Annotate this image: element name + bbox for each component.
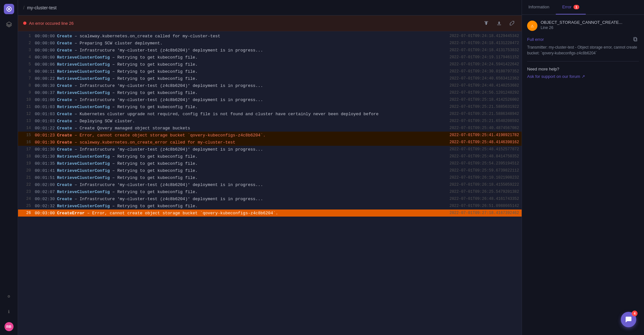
line-content: RetrieveClusterConfig – Retrying to get …	[57, 76, 444, 81]
line-timestamp: 2022-07-01T09:24:19.1179461152	[444, 55, 519, 60]
line-content: RetrieveClusterConfig – Retrying to get …	[57, 161, 444, 166]
full-error-header: Full error	[527, 36, 639, 42]
line-time: 00:01:30	[35, 140, 56, 145]
step-msg: Retrying to get kubeconfig file.	[117, 62, 198, 67]
line-content: RetrieveClusterConfig – Retrying to get …	[57, 175, 444, 180]
line-number: 16	[21, 140, 31, 144]
line-number: 26	[21, 211, 31, 215]
line-content: RetrieveClusterConfig – Retrying to get …	[57, 168, 444, 173]
step-sep: –	[112, 190, 118, 194]
step-name: Create	[57, 197, 72, 201]
line-timestamp: 2022-07-01T09:24:18.4129445342	[444, 34, 519, 38]
breadcrumb-separator: /	[23, 5, 24, 10]
error-badge: 1	[573, 5, 579, 9]
step-msg: Retrying to get kubeconfig file.	[117, 76, 198, 81]
full-error-text: Transmitter: my-cluster-test - Object st…	[527, 44, 639, 56]
need-help-title: Need more help?	[527, 67, 639, 71]
cluster-name: my-cluster-test	[27, 5, 57, 10]
line-content: Create – scaleway.kubernetes.on_create_e…	[57, 140, 444, 145]
info-icon[interactable]: ℹ	[4, 307, 14, 317]
line-timestamp: 2022-07-01T09:24:48.4140253682	[444, 83, 519, 88]
line-content: RetrieveClusterConfig – Retrying to get …	[57, 55, 444, 60]
chat-button[interactable]: 4	[621, 312, 636, 327]
line-timestamp: 2022-07-01T09:27:18.4167392462	[444, 211, 519, 215]
chat-badge: 4	[632, 311, 638, 316]
need-help-section: Need more help? Ask for support on our f…	[527, 67, 639, 79]
step-msg: Retrying to get kubeconfig file.	[117, 154, 198, 159]
line-content: Create – Error, cannot create object sto…	[57, 133, 444, 138]
log-line: 7 00:00:22 RetrieveClusterConfig – Retry…	[18, 75, 522, 82]
step-sep: –	[112, 90, 118, 95]
log-line: 26 00:03:00 CreateError – Error, cannot …	[18, 209, 522, 217]
step-msg: Infrastructure 'my-cluster-test (z4c8b62…	[80, 147, 263, 152]
step-sep: –	[112, 105, 118, 109]
step-msg: Retrying to get kubeconfig file.	[117, 175, 198, 180]
step-sep: –	[112, 154, 118, 159]
tab-error[interactable]: Error 1	[556, 0, 586, 14]
step-sep: –	[75, 83, 80, 88]
settings-icon[interactable]: ⚙	[4, 291, 14, 302]
line-content: Create – scaleway.kubernetes.on_create c…	[57, 34, 444, 39]
step-sep: –	[75, 112, 80, 116]
step-name: Create	[57, 147, 72, 152]
step-msg: Create Qovery managed object storage buc…	[80, 126, 190, 131]
sidebar-layers-icon[interactable]	[4, 19, 14, 30]
step-msg: Retrying to get kubeconfig file.	[117, 190, 198, 194]
line-timestamp: 2022-07-01T09:25:54.2395194512	[444, 161, 519, 166]
line-number: 21	[21, 175, 31, 180]
step-sep: –	[112, 168, 118, 173]
panel-content: ⚠ OBJECT_STORAGE_CANNOT_CREATE... Line 2…	[522, 15, 644, 335]
step-sep: –	[112, 62, 118, 67]
step-msg: Infrastructure 'my-cluster-test (z4c8b62…	[80, 197, 263, 201]
step-msg: Retrying to get kubeconfig file.	[117, 55, 198, 60]
avatar[interactable]: RB	[5, 322, 14, 331]
step-name: RetrieveClusterConfig	[57, 175, 110, 180]
line-timestamp: 2022-07-01T09:24:40.6563412362	[444, 76, 519, 81]
error-header-left: An error occured line 26	[23, 21, 74, 26]
step-sep: –	[75, 197, 80, 201]
step-sep: –	[75, 119, 80, 124]
step-name: Create	[57, 112, 72, 116]
line-number: 12	[21, 112, 31, 116]
line-time: 00:00:00	[35, 34, 56, 39]
line-content: Create – Infrastructure 'my-cluster-test…	[57, 83, 444, 88]
step-msg: Preparing SCW cluster deployment.	[80, 41, 162, 46]
line-timestamp: 2022-07-01T09:25:40.4874567082	[444, 126, 519, 130]
line-number: 1	[21, 34, 31, 38]
forum-link[interactable]: Ask for support on our forum ↗	[527, 74, 639, 79]
tab-information[interactable]: Information	[522, 0, 556, 14]
log-container[interactable]: An error occured line 26	[18, 15, 522, 335]
line-content: Create – Preparing SCW cluster deploymen…	[57, 41, 444, 46]
external-link-icon: ↗	[582, 74, 585, 79]
svg-rect-2	[484, 21, 488, 22]
step-msg: Retrying to get kubeconfig file.	[117, 168, 198, 173]
step-msg: Retrying to get kubeconfig file.	[117, 69, 198, 74]
log-line: 13 00:01:03 Create – Deploying SCW clust…	[18, 117, 522, 125]
step-name: CreateError	[57, 211, 85, 216]
step-sep: –	[112, 55, 118, 60]
copy-icon[interactable]	[632, 36, 639, 42]
step-name: Create	[57, 41, 72, 46]
main-content: / my-cluster-test An error occured line …	[18, 0, 522, 335]
step-msg: Retrying to get kubeconfig file.	[117, 161, 198, 166]
step-name: RetrieveClusterConfig	[57, 62, 110, 67]
log-line: 8 00:00:30 Create – Infrastructure 'my-c…	[18, 82, 522, 89]
line-number: 10	[21, 98, 31, 102]
error-card-info: OBJECT_STORAGE_CANNOT_CREATE... Line 26	[541, 20, 639, 30]
line-number: 8	[21, 83, 31, 88]
scroll-top-button[interactable]	[482, 19, 491, 28]
logo[interactable]	[4, 4, 14, 14]
line-time: 00:01:03	[35, 112, 56, 116]
download-button[interactable]	[495, 19, 504, 28]
expand-button[interactable]	[507, 19, 516, 28]
step-msg: Infrastructure 'my-cluster-test (z4c8b62…	[80, 182, 263, 187]
line-content: Create – Deploying SCW cluster.	[57, 119, 444, 124]
step-name: Create	[57, 83, 72, 88]
log-line: 2 00:00:00 Create – Preparing SCW cluste…	[18, 40, 522, 47]
log-line: 22 00:02:00 Create – Infrastructure 'my-…	[18, 181, 522, 188]
line-content: Create – Infrastructure 'my-cluster-test…	[57, 98, 444, 102]
line-content: RetrieveClusterConfig – Retrying to get …	[57, 204, 444, 209]
line-time: 00:00:00	[35, 55, 56, 60]
log-line: 15 00:01:23 Create – Error, cannot creat…	[18, 132, 522, 139]
line-time: 00:00:11	[35, 69, 56, 74]
